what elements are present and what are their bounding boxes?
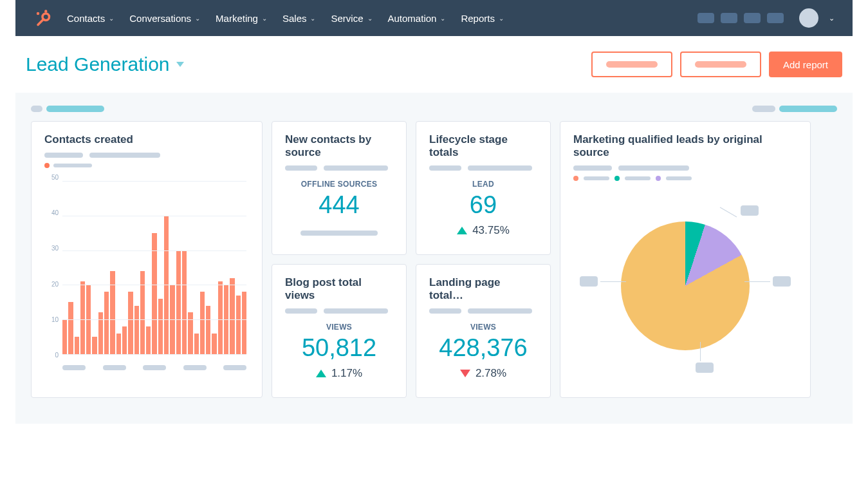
kpi-value: 50,812 [285, 334, 393, 362]
kpi-label: VIEWS [285, 323, 393, 332]
nav-service[interactable]: Service⌄ [331, 13, 372, 24]
triangle-down-icon [460, 370, 470, 377]
bar [75, 337, 79, 354]
nav-contacts[interactable]: Contacts⌄ [67, 13, 114, 24]
bar [158, 299, 163, 354]
nav-links: Contacts⌄ Conversations⌄ Marketing⌄ Sale… [67, 13, 697, 24]
bar [104, 292, 109, 354]
svg-point-3 [37, 12, 39, 15]
svg-line-1 [38, 19, 44, 25]
card-lifecycle-stage-totals[interactable]: Lifecycle stage totals LEAD 69 43.75% [416, 121, 551, 255]
kpi-label: OFFLINE SOURCES [285, 180, 393, 189]
svg-point-2 [44, 10, 47, 12]
nav-conversations[interactable]: Conversations⌄ [129, 13, 200, 24]
header-action-button[interactable] [591, 52, 672, 77]
bar [152, 233, 156, 354]
bar [122, 326, 127, 354]
dashboard-canvas: Contacts created 01020304050 New contact… [15, 93, 853, 424]
triangle-up-icon [457, 227, 467, 234]
chevron-down-icon: ⌄ [109, 15, 114, 22]
card-blog-post-views[interactable]: Blog post total views VIEWS 50,812 1.17% [272, 264, 407, 398]
nav-automation[interactable]: Automation⌄ [388, 13, 446, 24]
chevron-down-icon: ⌄ [195, 15, 200, 22]
page-header: Lead Generation Add report [0, 36, 868, 93]
bar [146, 326, 151, 354]
bar [80, 281, 85, 354]
dashboard-title-dropdown[interactable]: Lead Generation [26, 53, 184, 75]
bar [212, 334, 216, 354]
pie-slice-label [741, 205, 759, 216]
bar [110, 271, 115, 354]
pie-slice-label [580, 276, 598, 287]
hubspot-logo-icon [33, 9, 51, 27]
legend-dot-icon [614, 176, 620, 181]
legend-dot-icon [44, 163, 50, 168]
nav-sales[interactable]: Sales⌄ [282, 13, 316, 24]
pie-legend [573, 176, 797, 181]
bar [182, 250, 187, 354]
kpi-label: LEAD [429, 180, 537, 189]
add-report-button[interactable]: Add report [769, 52, 842, 77]
chevron-down-icon: ⌄ [310, 15, 315, 22]
nav-reports[interactable]: Reports⌄ [461, 13, 504, 24]
bar [206, 306, 210, 354]
filter-placeholder[interactable] [752, 106, 837, 112]
bar [230, 278, 234, 354]
bar [188, 312, 192, 354]
card-contacts-created[interactable]: Contacts created 01020304050 [31, 121, 263, 398]
bar [194, 334, 199, 354]
nav-action-icon[interactable] [721, 13, 737, 23]
chevron-down-icon: ⌄ [262, 15, 267, 22]
pie-slice-label [696, 363, 714, 373]
bar [98, 312, 103, 354]
card-title: New contacts by source [285, 133, 393, 159]
card-title: Landing page total… [429, 276, 537, 302]
nav-marketing[interactable]: Marketing⌄ [216, 13, 267, 24]
nav-action-icon[interactable] [697, 13, 714, 23]
card-title: Blog post total views [285, 276, 393, 302]
page-title: Lead Generation [26, 53, 170, 75]
nav-action-icon[interactable] [744, 13, 761, 23]
caret-down-icon [176, 62, 184, 67]
nav-action-icon[interactable] [767, 13, 784, 23]
kpi-label: VIEWS [429, 323, 537, 332]
pie-slice-label [773, 276, 791, 287]
card-new-contacts-by-source[interactable]: New contacts by source OFFLINE SOURCES 4… [272, 121, 407, 255]
legend-dot-icon [573, 176, 578, 181]
card-title: Marketing qualified leads by original so… [573, 133, 797, 159]
header-action-button[interactable] [680, 52, 761, 77]
nav-right: ⌄ [697, 8, 835, 28]
chevron-down-icon: ⌄ [499, 15, 504, 22]
bar [176, 250, 181, 354]
chevron-down-icon[interactable]: ⌄ [829, 14, 835, 23]
card-title: Contacts created [44, 133, 249, 146]
triangle-up-icon [316, 370, 326, 377]
bar [116, 334, 121, 354]
kpi-delta: 43.75% [429, 224, 537, 237]
page-actions: Add report [591, 52, 842, 77]
bar [68, 302, 73, 354]
kpi-value: 428,376 [429, 334, 537, 362]
kpi-delta: 2.78% [429, 367, 537, 380]
legend-dot-icon [656, 176, 661, 181]
kpi-value: 444 [285, 191, 393, 219]
bar [200, 292, 205, 354]
kpi-value: 69 [429, 191, 537, 219]
bar [128, 292, 133, 354]
card-title: Lifecycle stage totals [429, 133, 537, 159]
contacts-bar-chart: 01020304050 [44, 177, 249, 370]
bar [134, 306, 139, 354]
bar [62, 319, 67, 354]
bar [218, 281, 223, 354]
filter-placeholder[interactable] [31, 106, 104, 112]
card-landing-page-views[interactable]: Landing page total… VIEWS 428,376 2.78% [416, 264, 551, 398]
kpi-delta: 1.17% [285, 367, 393, 380]
bar [236, 296, 241, 354]
pie-chart [573, 186, 797, 386]
bar [140, 271, 145, 354]
bar [92, 337, 97, 354]
user-avatar[interactable] [799, 8, 818, 28]
bar [242, 292, 246, 354]
chevron-down-icon: ⌄ [367, 15, 373, 22]
card-mql-by-source[interactable]: Marketing qualified leads by original so… [560, 121, 811, 398]
